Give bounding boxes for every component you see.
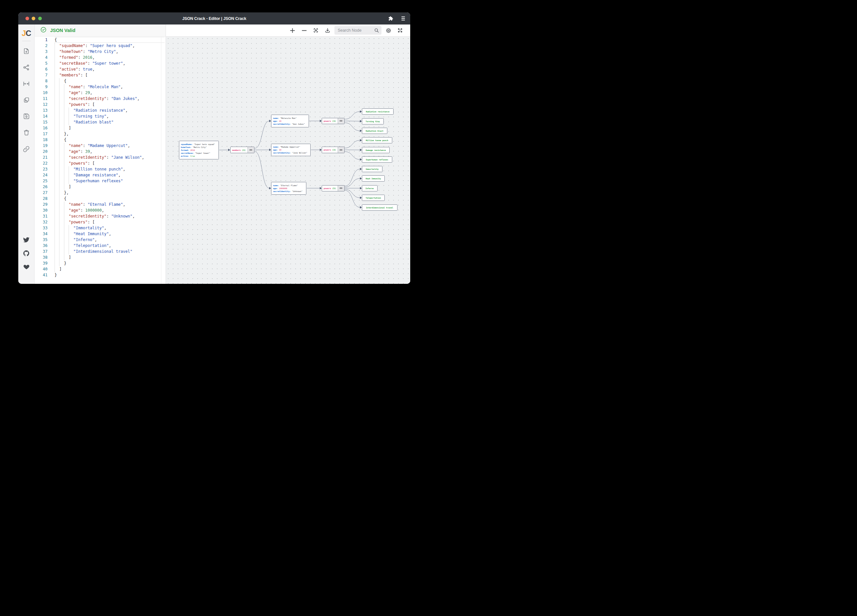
graph-node-array-p1[interactable]: powers (3) — [322, 118, 345, 124]
code-line-29[interactable]: 29 "name": "Eternal Flame", — [35, 201, 166, 207]
code-line-32[interactable]: 32 "powers": [ — [35, 219, 166, 225]
code-line-26[interactable]: 26 ] — [35, 184, 166, 190]
code-line-7[interactable]: 7 "members": [ — [35, 72, 166, 78]
line-number: 13 — [35, 107, 48, 113]
app-logo[interactable]: JC — [22, 29, 31, 38]
sidebar-social-sponsor[interactable] — [20, 261, 32, 274]
code-line-2[interactable]: 2 "squadName": "Super hero squad", — [35, 43, 166, 49]
sidebar-tool-fold-width[interactable] — [20, 76, 32, 92]
graph-node-leaf-l5[interactable]: Damage resistance — [362, 147, 390, 153]
code-line-17[interactable]: 17 }, — [35, 131, 166, 137]
code-line-41[interactable]: 41} — [35, 272, 166, 278]
code-line-27[interactable]: 27 }, — [35, 190, 166, 196]
link-icon — [23, 145, 30, 153]
sidebar-social-github[interactable] — [20, 247, 32, 261]
collapse-link-icon[interactable] — [248, 147, 254, 153]
menu-icon[interactable] — [401, 16, 405, 20]
code-line-13[interactable]: 13 "Radiation resistance", — [35, 107, 166, 113]
code-line-10[interactable]: 10 "age": 29, — [35, 90, 166, 96]
code-line-4[interactable]: 4 "formed": 2016, — [35, 54, 166, 60]
code-line-28[interactable]: 28 { — [35, 196, 166, 201]
graph-node-object-m1[interactable]: name: "Molecule Man"age: 29secretIdentit… — [271, 115, 309, 127]
line-content: "powers": [ — [54, 219, 95, 225]
line-number: 5 — [35, 60, 48, 66]
code-line-31[interactable]: 31 "secretIdentity": "Unknown", — [35, 213, 166, 219]
code-line-22[interactable]: 22 "powers": [ — [35, 160, 166, 166]
download-button[interactable] — [323, 26, 332, 35]
code-line-5[interactable]: 5 "secretBase": "Super tower", — [35, 60, 166, 66]
graph-canvas[interactable]: squadName: "Super hero squad"homeTown: "… — [166, 37, 410, 284]
code-line-33[interactable]: 33 "Immortality", — [35, 225, 166, 231]
code-line-20[interactable]: 20 "age": 39, — [35, 149, 166, 155]
graph-node-leaf-l9[interactable]: Inferno — [362, 185, 377, 191]
line-number: 8 — [35, 78, 48, 84]
code-line-18[interactable]: 18 { — [35, 137, 166, 143]
code-editor[interactable]: 1{2 "squadName": "Super hero squad",3 "h… — [35, 37, 166, 284]
sidebar-tool-new-file[interactable] — [20, 43, 32, 59]
sidebar-tool-share-link[interactable] — [20, 141, 32, 157]
sidebar-tool-save[interactable] — [20, 108, 32, 124]
code-line-21[interactable]: 21 "secretIdentity": "Jane Wilson", — [35, 155, 166, 160]
settings-gear-icon[interactable] — [384, 26, 393, 35]
array-label: powers (3) — [322, 118, 338, 124]
graph-node-array-p2[interactable]: powers (3) — [322, 147, 345, 153]
code-line-9[interactable]: 9 "name": "Molecule Man", — [35, 84, 166, 90]
graph-node-leaf-l7[interactable]: Immortality — [362, 166, 382, 172]
twitter-icon — [23, 237, 30, 245]
code-line-25[interactable]: 25 "Superhuman reflexes" — [35, 178, 166, 184]
code-line-37[interactable]: 37 "Interdimensional travel" — [35, 249, 166, 254]
graph-node-array-p3[interactable]: powers (5) — [322, 185, 345, 192]
trash-icon — [23, 129, 30, 136]
code-line-38[interactable]: 38 ] — [35, 254, 166, 260]
code-line-24[interactable]: 24 "Damage resistance", — [35, 172, 166, 178]
graph-node-leaf-l6[interactable]: Superhuman reflexes — [362, 156, 392, 163]
graph-node-object-root[interactable]: squadName: "Super hero squad"homeTown: "… — [179, 141, 219, 159]
line-content: "Turning tiny", — [54, 113, 109, 119]
graph-node-leaf-l3[interactable]: Radiation blast — [362, 128, 387, 134]
node-row: secretIdentity: "Jane Wilson" — [273, 151, 310, 154]
line-number: 30 — [35, 207, 48, 213]
code-line-3[interactable]: 3 "homeTown": "Metro City", — [35, 49, 166, 54]
code-line-23[interactable]: 23 "Million tonne punch", — [35, 166, 166, 172]
zoom-out-button[interactable] — [300, 26, 309, 35]
sidebar-tool-copy[interactable] — [20, 92, 32, 108]
collapse-link-icon[interactable] — [338, 186, 344, 191]
line-content: "secretIdentity": "Jane Wilson", — [54, 155, 144, 160]
graph-node-leaf-l2[interactable]: Turning tiny — [362, 118, 384, 124]
graph-node-leaf-l8[interactable]: Heat Immunity — [362, 175, 385, 182]
code-line-8[interactable]: 8 { — [35, 78, 166, 84]
center-focus-button[interactable] — [311, 26, 320, 35]
extensions-puzzle-icon[interactable] — [388, 16, 393, 21]
sidebar-tool-graph-view[interactable] — [20, 59, 32, 76]
code-line-12[interactable]: 12 "powers": [ — [35, 102, 166, 107]
graph-node-leaf-l10[interactable]: Teleportation — [362, 195, 385, 201]
graph-node-leaf-l4[interactable]: Million tonne punch — [362, 137, 392, 143]
fullscreen-button[interactable] — [396, 26, 405, 35]
collapse-link-icon[interactable] — [338, 118, 344, 124]
code-line-1[interactable]: 1{ — [35, 37, 166, 43]
line-number: 41 — [35, 272, 48, 278]
graph-node-leaf-l11[interactable]: Interdimensional travel — [362, 204, 398, 210]
code-line-35[interactable]: 35 "Inferno", — [35, 237, 166, 243]
code-line-14[interactable]: 14 "Turning tiny", — [35, 113, 166, 119]
code-line-15[interactable]: 15 "Radiation blast" — [35, 119, 166, 125]
sidebar-social-twitter[interactable] — [20, 234, 32, 247]
sidebar-tool-delete[interactable] — [20, 124, 32, 141]
graph-node-array-members[interactable]: members (3) — [230, 147, 254, 153]
code-line-11[interactable]: 11 "secretIdentity": "Dan Jukes", — [35, 96, 166, 102]
code-line-40[interactable]: 40 ] — [35, 266, 166, 272]
collapse-link-icon[interactable] — [338, 147, 344, 153]
graph-node-object-m3[interactable]: name: "Eternal Flame"age: 1000000secretI… — [271, 182, 306, 195]
code-line-34[interactable]: 34 "Heat Immunity", — [35, 231, 166, 237]
code-line-36[interactable]: 36 "Teleportation", — [35, 243, 166, 249]
code-line-30[interactable]: 30 "age": 1000000, — [35, 207, 166, 213]
line-number: 22 — [35, 160, 48, 166]
zoom-in-button[interactable] — [288, 26, 297, 35]
code-line-6[interactable]: 6 "active": true, — [35, 66, 166, 72]
graph-node-leaf-l1[interactable]: Radiation resistance — [362, 108, 394, 115]
search-icon[interactable] — [374, 28, 379, 34]
code-line-39[interactable]: 39 } — [35, 260, 166, 266]
graph-node-object-m2[interactable]: name: "Madame Uppercut"age: 39secretIden… — [271, 144, 311, 156]
code-line-19[interactable]: 19 "name": "Madame Uppercut", — [35, 143, 166, 149]
code-line-16[interactable]: 16 ] — [35, 125, 166, 131]
